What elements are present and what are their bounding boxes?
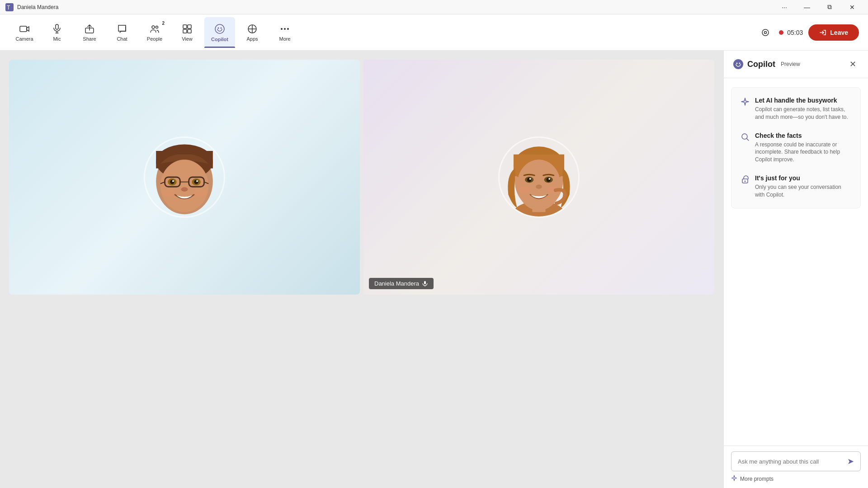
copilot-title: Copilot: [747, 60, 775, 69]
svg-rect-3: [56, 24, 58, 29]
title-bar-left: T Daniela Mandera: [5, 3, 58, 11]
camera-icon: [19, 23, 30, 34]
feature-1-text: Let AI handle the busywork Copilot can g…: [755, 97, 851, 121]
svg-line-63: [747, 138, 749, 141]
chat-button[interactable]: Chat: [107, 17, 137, 48]
people-badge: 2: [162, 21, 165, 26]
svg-point-60: [736, 63, 738, 64]
participant-name: Daniela Mandera: [374, 280, 419, 287]
toolbar-left: Camera Mic Share Chat: [9, 17, 300, 48]
view-icon: [182, 23, 193, 34]
svg-point-15: [221, 27, 222, 28]
view-label: View: [182, 36, 193, 42]
title-bar: T Daniela Mandera ··· — ⧉ ✕: [0, 0, 868, 14]
leave-label: Leave: [830, 29, 848, 36]
svg-point-59: [733, 59, 743, 69]
leave-button[interactable]: Leave: [808, 24, 859, 41]
copilot-feature-2: Check the facts A response could be inac…: [741, 132, 851, 164]
apps-icon: [247, 23, 258, 34]
video-tile-1: [9, 60, 360, 295]
people-icon: [149, 23, 160, 34]
more-button[interactable]: More: [269, 17, 300, 48]
copilot-input[interactable]: [738, 458, 847, 465]
copilot-features-card: Let AI handle the busywork Copilot can g…: [731, 87, 861, 208]
svg-rect-10: [188, 25, 191, 28]
settings-button[interactable]: [757, 24, 774, 41]
more-prompts-label: More prompts: [740, 476, 774, 482]
svg-point-54: [536, 184, 542, 189]
svg-point-40: [163, 188, 176, 197]
svg-point-39: [181, 187, 188, 192]
svg-point-51: [546, 178, 551, 182]
copilot-header: Copilot Preview ✕: [724, 51, 868, 78]
copilot-input-wrap: ➤: [731, 451, 861, 471]
share-button[interactable]: Share: [74, 17, 105, 48]
video-grid: Daniela Mandera: [9, 60, 714, 295]
apps-button[interactable]: Apps: [237, 17, 268, 48]
copilot-body: Let AI handle the busywork Copilot can g…: [724, 78, 868, 446]
svg-point-27: [160, 160, 208, 212]
camera-button[interactable]: Camera: [9, 17, 40, 48]
sparkle-icon: [741, 97, 750, 106]
participant-1-avatar: [144, 136, 225, 218]
more-label: More: [279, 36, 290, 42]
svg-rect-12: [188, 29, 191, 33]
svg-point-20: [284, 28, 286, 30]
svg-rect-57: [424, 281, 426, 284]
share-label: Share: [83, 36, 96, 42]
settings-icon: [761, 28, 770, 37]
minimize-button[interactable]: —: [797, 0, 817, 14]
copilot-close-button[interactable]: ✕: [846, 58, 859, 70]
call-area: Daniela Mandera: [0, 51, 723, 488]
svg-point-61: [739, 63, 741, 64]
svg-point-8: [156, 26, 158, 28]
svg-rect-11: [183, 29, 187, 33]
view-button[interactable]: View: [172, 17, 203, 48]
feature-2-text: Check the facts A response could be inac…: [755, 132, 851, 164]
svg-point-21: [287, 28, 289, 30]
participant-2-avatar: [498, 136, 580, 218]
svg-point-65: [745, 180, 746, 182]
feature-1-body: Copilot can generate notes, list tasks, …: [755, 106, 851, 121]
feature-2-body: A response could be inaccurate or incomp…: [755, 141, 851, 164]
svg-point-53: [548, 178, 550, 180]
restore-button[interactable]: ⧉: [819, 0, 840, 14]
svg-text:T: T: [7, 5, 10, 11]
svg-point-14: [218, 27, 219, 28]
svg-rect-9: [183, 25, 187, 28]
copilot-logo-icon: [733, 59, 744, 70]
feature-3-body: Only you can see your conversation with …: [755, 183, 851, 199]
copilot-send-button[interactable]: ➤: [847, 456, 854, 466]
close-button[interactable]: ✕: [842, 0, 863, 14]
copilot-active-indicator: [204, 47, 235, 48]
svg-point-35: [170, 180, 175, 184]
copilot-header-left: Copilot Preview: [733, 59, 800, 70]
svg-point-38: [196, 180, 198, 182]
search-icon: [741, 132, 750, 141]
copilot-button[interactable]: Copilot: [204, 17, 235, 48]
people-button[interactable]: 2 People: [139, 17, 170, 48]
feature-1-heading: Let AI handle the busywork: [755, 97, 851, 104]
svg-point-55: [519, 185, 530, 193]
video-tile-2: Daniela Mandera: [363, 60, 714, 295]
toolbar: Camera Mic Share Chat: [0, 14, 868, 51]
svg-point-37: [172, 180, 174, 182]
recording-indicator: [779, 30, 783, 35]
svg-point-50: [527, 178, 532, 182]
timer-section: 05:03: [779, 29, 803, 36]
chat-icon: [117, 23, 127, 34]
copilot-preview-badge: Preview: [781, 61, 800, 67]
apps-label: Apps: [246, 36, 258, 42]
mic-button[interactable]: Mic: [42, 17, 72, 48]
svg-point-13: [215, 24, 224, 33]
more-options-button[interactable]: ···: [774, 0, 795, 14]
participant-name-badge: Daniela Mandera: [369, 278, 434, 289]
copilot-panel: Copilot Preview ✕ Let AI handle the busy…: [723, 51, 868, 488]
svg-point-22: [762, 29, 769, 36]
feature-3-heading: It's just for you: [755, 174, 851, 182]
mic-icon: [52, 23, 62, 34]
more-prompts-button[interactable]: More prompts: [731, 475, 861, 483]
copilot-feature-3: It's just for you Only you can see your …: [741, 174, 851, 199]
svg-point-52: [529, 178, 531, 180]
lock-icon: [741, 175, 750, 184]
